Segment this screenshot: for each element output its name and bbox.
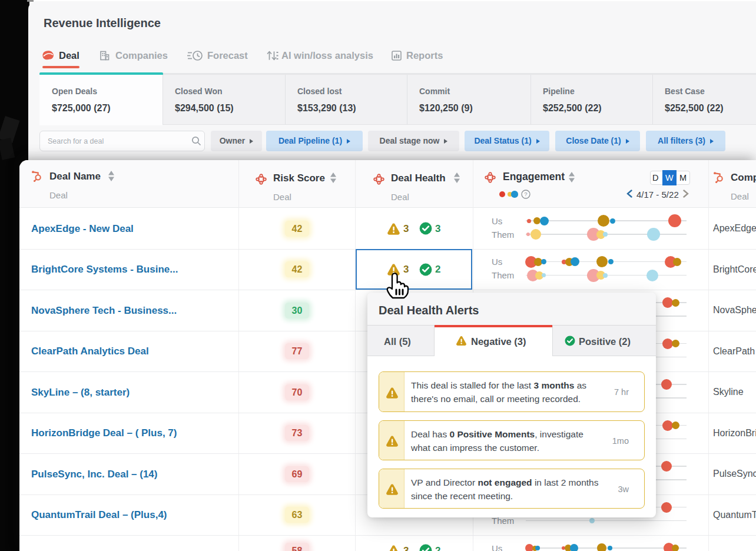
svg-text:?: ?	[524, 191, 527, 197]
